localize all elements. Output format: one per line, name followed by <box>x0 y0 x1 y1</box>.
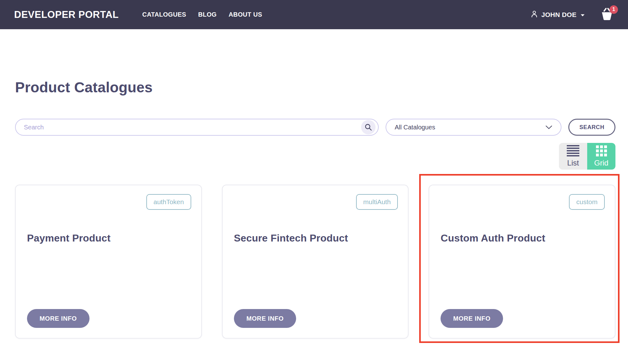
search-icon[interactable] <box>361 120 376 134</box>
grid-view-button[interactable]: Grid <box>587 143 615 170</box>
search-input[interactable] <box>15 119 379 136</box>
more-info-button[interactable]: MORE INFO <box>234 309 296 328</box>
search-button[interactable]: SEARCH <box>568 119 615 136</box>
product-card-title: Payment Product <box>27 232 111 244</box>
user-icon <box>530 10 539 19</box>
brand-logo[interactable]: DEVELOPER PORTAL <box>14 9 119 20</box>
product-card-custom-auth: custom Custom Auth Product MORE INFO <box>429 185 615 339</box>
chevron-down-icon <box>545 125 552 129</box>
list-icon <box>567 145 579 156</box>
catalogue-filter-value: All Catalogues <box>395 124 435 131</box>
chevron-down-icon <box>580 14 585 17</box>
auth-type-tag: authToken <box>146 194 191 210</box>
search-box <box>15 119 379 136</box>
page-title: Product Catalogues <box>15 79 615 96</box>
more-info-button[interactable]: MORE INFO <box>441 309 503 328</box>
user-name: JOHN DOE <box>541 11 577 19</box>
cart-badge: 1 <box>609 5 618 14</box>
list-view-button[interactable]: List <box>559 143 587 170</box>
navbar: DEVELOPER PORTAL CATALOGUES BLOG ABOUT U… <box>0 0 628 29</box>
grid-view-label: Grid <box>594 159 608 167</box>
cart-button[interactable]: 1 <box>600 8 614 22</box>
auth-type-tag: multiAuth <box>356 194 398 210</box>
nav-link-blog[interactable]: BLOG <box>198 11 217 18</box>
catalogue-filter-select[interactable]: All Catalogues <box>386 119 561 136</box>
nav-link-catalogues[interactable]: CATALOGUES <box>142 11 186 18</box>
product-card-secure-fintech: multiAuth Secure Fintech Product MORE IN… <box>222 185 409 339</box>
product-card-title: Secure Fintech Product <box>234 232 348 244</box>
main-nav: CATALOGUES BLOG ABOUT US <box>142 11 262 18</box>
nav-link-about-us[interactable]: ABOUT US <box>229 11 262 18</box>
auth-type-tag: custom <box>569 194 605 210</box>
product-card-payment: authToken Payment Product MORE INFO <box>15 185 202 339</box>
search-row: All Catalogues SEARCH <box>15 119 615 136</box>
grid-icon <box>596 145 607 156</box>
navbar-right: JOHN DOE 1 <box>530 8 614 22</box>
product-cards: authToken Payment Product MORE INFO mult… <box>15 185 615 339</box>
view-toggle: List Grid <box>559 143 615 170</box>
more-info-button[interactable]: MORE INFO <box>27 309 89 328</box>
product-card-title: Custom Auth Product <box>441 232 545 244</box>
main-content: Product Catalogues All Catalogues SEARCH <box>0 79 628 339</box>
list-view-label: List <box>567 159 579 167</box>
view-toggle-row: List Grid <box>15 143 615 170</box>
user-menu[interactable]: JOHN DOE <box>530 10 585 19</box>
